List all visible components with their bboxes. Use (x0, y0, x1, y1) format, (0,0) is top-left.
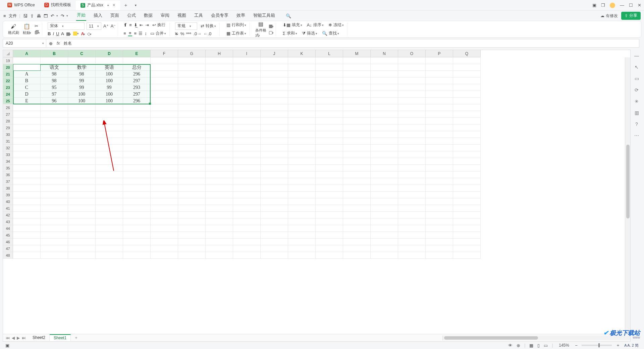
cell[interactable] (453, 158, 481, 165)
cell[interactable] (343, 158, 371, 165)
cell[interactable]: 98 (68, 71, 96, 78)
row-header[interactable]: 25 (3, 98, 13, 104)
cell[interactable] (398, 252, 426, 259)
cell[interactable] (288, 151, 316, 158)
cell[interactable] (398, 205, 426, 212)
cell[interactable] (316, 145, 343, 151)
column-header[interactable]: A (13, 50, 41, 57)
cell[interactable] (68, 104, 96, 111)
cell[interactable] (316, 232, 343, 239)
cell[interactable] (316, 225, 343, 232)
cell[interactable] (151, 165, 178, 171)
cell[interactable] (343, 178, 371, 185)
cell[interactable] (206, 205, 233, 212)
ribbon-tab-review[interactable]: 审阅 (160, 11, 170, 20)
cell[interactable] (453, 198, 481, 205)
cell[interactable] (178, 171, 206, 178)
cell[interactable] (343, 145, 371, 151)
cell[interactable] (151, 178, 178, 185)
file-menu[interactable]: 文件 (9, 13, 17, 19)
cell[interactable] (233, 171, 261, 178)
row-header[interactable]: 48 (3, 252, 13, 259)
cell[interactable] (288, 111, 316, 118)
cell[interactable] (233, 57, 261, 64)
cell[interactable] (343, 91, 371, 98)
cell[interactable] (123, 111, 151, 118)
cell[interactable] (398, 131, 426, 138)
cell[interactable] (123, 198, 151, 205)
row-header[interactable]: 37 (3, 178, 13, 185)
cell[interactable] (371, 178, 398, 185)
cell[interactable] (13, 145, 41, 151)
cell[interactable] (206, 145, 233, 151)
cell[interactable] (343, 252, 371, 259)
cell[interactable] (151, 131, 178, 138)
cell[interactable] (13, 218, 41, 225)
cell[interactable] (426, 64, 453, 71)
cell[interactable] (151, 171, 178, 178)
print-icon[interactable]: 🖶 (37, 13, 41, 18)
row-header[interactable]: 45 (3, 232, 13, 239)
cell[interactable] (343, 218, 371, 225)
cell[interactable] (96, 151, 123, 158)
cell[interactable] (41, 111, 68, 118)
row-header[interactable]: 26 (3, 104, 13, 111)
cell[interactable] (398, 245, 426, 252)
cell[interactable] (371, 171, 398, 178)
cell[interactable] (288, 124, 316, 131)
cell[interactable] (261, 225, 288, 232)
cell[interactable] (41, 198, 68, 205)
tab-current-file[interactable]: S 产品.xlsx • ✕ (76, 1, 120, 10)
cell[interactable] (13, 245, 41, 252)
cell[interactable] (233, 165, 261, 171)
cell[interactable] (426, 192, 453, 198)
cell[interactable] (426, 245, 453, 252)
cell[interactable] (178, 198, 206, 205)
cell[interactable]: 100 (96, 98, 123, 104)
cell[interactable] (261, 252, 288, 259)
cell[interactable] (206, 151, 233, 158)
cell[interactable] (96, 138, 123, 145)
cell[interactable] (206, 78, 233, 84)
cell[interactable] (151, 104, 178, 111)
cell[interactable] (426, 78, 453, 84)
cell[interactable] (288, 71, 316, 78)
cell[interactable]: C (13, 84, 41, 91)
export-icon[interactable]: ⇪ (30, 13, 34, 18)
cell[interactable]: 99 (68, 84, 96, 91)
cell[interactable] (123, 151, 151, 158)
cell[interactable] (123, 145, 151, 151)
cell[interactable] (151, 158, 178, 165)
cell[interactable] (398, 185, 426, 192)
style-panel-icon[interactable]: ▭ (635, 76, 639, 81)
cell[interactable] (206, 138, 233, 145)
cell[interactable] (288, 178, 316, 185)
italic-icon[interactable]: I (53, 31, 54, 36)
cell[interactable] (96, 245, 123, 252)
cell[interactable] (41, 212, 68, 218)
cell[interactable] (398, 118, 426, 124)
cell[interactable] (426, 138, 453, 145)
cell[interactable] (453, 252, 481, 259)
row-header[interactable]: 46 (3, 239, 13, 245)
cell[interactable] (13, 104, 41, 111)
cell[interactable] (96, 171, 123, 178)
cell[interactable] (233, 245, 261, 252)
column-header[interactable]: J (261, 50, 288, 57)
cell[interactable] (371, 57, 398, 64)
cell[interactable] (261, 178, 288, 185)
cell[interactable] (123, 165, 151, 171)
cell[interactable] (371, 239, 398, 245)
cell[interactable] (151, 198, 178, 205)
cell[interactable] (371, 71, 398, 78)
cells-area[interactable]: 姓名语文数学英语总分A9898100296B9899100297C9599992… (13, 57, 625, 334)
cell[interactable] (151, 185, 178, 192)
cell[interactable] (206, 57, 233, 64)
cell[interactable] (178, 165, 206, 171)
cell[interactable] (151, 232, 178, 239)
cell[interactable] (123, 124, 151, 131)
cell[interactable] (41, 178, 68, 185)
cell[interactable] (343, 64, 371, 71)
cell[interactable] (96, 111, 123, 118)
cell[interactable] (261, 145, 288, 151)
